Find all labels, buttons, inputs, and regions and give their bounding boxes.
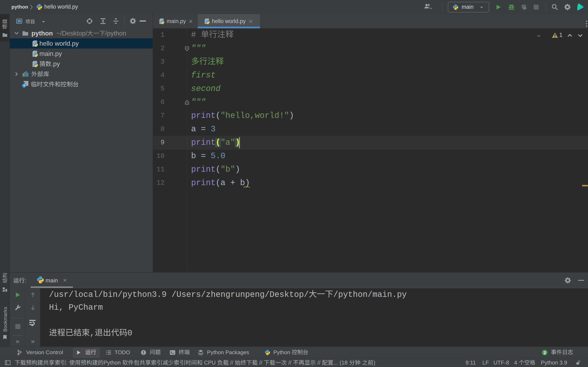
svg-text:2: 2 [544,350,546,355]
